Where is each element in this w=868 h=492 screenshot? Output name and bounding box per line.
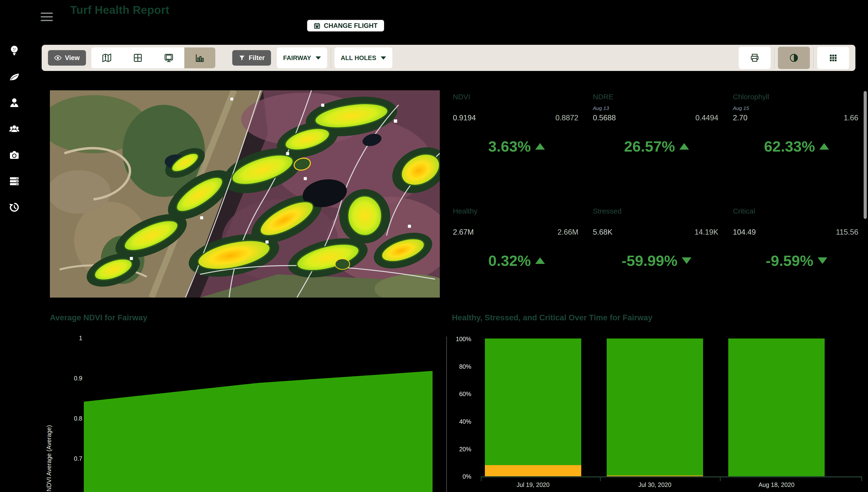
stat-card-ndre: NDRE Aug 13 0.5688 0.4494 26.57% (591, 90, 722, 197)
area-type-select[interactable]: FAIRWAY (277, 47, 327, 68)
trend-up-icon (679, 143, 689, 150)
monitor-icon (164, 52, 174, 63)
sidebar-item-profile[interactable] (9, 97, 20, 108)
filter-button-label: Filter (249, 54, 265, 62)
bar-chart-title: Healthy, Stressed, and Critical Over Tim… (452, 313, 652, 322)
golf-ball-icon (9, 45, 20, 56)
stat-value: 104.49 (733, 228, 756, 237)
stat-card-chlorophyll: Chlorophyll Aug 15 2.70 1.66 62.33% (731, 90, 862, 197)
print-button[interactable] (739, 47, 771, 69)
change-flight-label: CHANGE FLIGHT (324, 22, 378, 29)
apps-button[interactable] (817, 47, 849, 69)
stat-change: 26.57% (624, 138, 675, 155)
view-mode-monitor[interactable] (153, 47, 184, 68)
view-mode-analytics[interactable] (184, 47, 215, 68)
sidebar-item-history[interactable] (9, 202, 20, 213)
print-icon (750, 53, 760, 63)
y-tick-label: 0.7 (61, 455, 82, 462)
area-chart-ylabel: NDVI Average (Average) (46, 375, 52, 492)
bar-segment-healthy (485, 339, 581, 465)
y-tick-label: 0.8 (61, 415, 82, 422)
stat-date-note: Aug 13 (593, 105, 609, 111)
turf-health-dashboard: Turf Health Report CHANGE FLIGHT (0, 0, 868, 492)
y-tick-label: 1 (61, 335, 82, 342)
view-mode-group (91, 47, 215, 68)
x-tick-label: Aug 18, 2020 (728, 481, 825, 488)
axis-tick (600, 476, 601, 481)
sidebar-item-team[interactable] (9, 123, 20, 134)
y-tick-label: 0.9 (61, 375, 82, 382)
stats-scrollbar[interactable] (864, 91, 867, 219)
bar-chart-icon (194, 52, 205, 63)
stat-change: -9.59% (766, 252, 813, 269)
person-icon (9, 97, 20, 108)
axis-tick (861, 476, 862, 481)
stat-value: 5.68K (593, 228, 612, 237)
trend-down-icon (818, 257, 827, 264)
stat-title: Healthy (453, 207, 478, 215)
contrast-icon (789, 53, 799, 63)
stat-title: Critical (733, 207, 755, 215)
x-tick-label: Jul 19, 2020 (485, 481, 581, 488)
hamburger-menu-icon[interactable] (41, 13, 53, 23)
stat-card-healthy: Healthy 2.67M 2.66M 0.32% (451, 204, 582, 311)
holes-select[interactable]: ALL HOLES (335, 47, 392, 68)
x-tick-label: Jul 30, 2020 (607, 481, 703, 488)
stats-panel: NDVI 0.9194 0.8872 3.63% NDRE Aug 13 0.5… (451, 90, 862, 308)
stat-value: 2.67M (453, 228, 474, 237)
server-icon (9, 175, 20, 187)
stat-title: Chlorophyll (733, 93, 769, 101)
funnel-icon (239, 54, 245, 61)
trend-up-icon (535, 257, 545, 264)
toolbar-divider (813, 47, 814, 69)
ndvi-area-chart (84, 337, 434, 492)
trend-up-icon (535, 143, 545, 150)
view-mode-map[interactable] (91, 47, 122, 68)
area-chart-title: Average NDVI for Fairway (50, 313, 147, 322)
course-map[interactable] (50, 90, 440, 298)
stat-title: NDRE (593, 93, 613, 101)
bar-segment-healthy (728, 339, 825, 476)
chevron-down-icon (381, 56, 386, 59)
area-type-value: FAIRWAY (283, 54, 311, 62)
stat-value: 0.9194 (453, 114, 476, 122)
y-tick-label: 60% (450, 391, 471, 398)
sidebar-item-agronomy[interactable] (9, 71, 20, 82)
sidebar-item-golf-ball[interactable] (9, 45, 20, 56)
page-title: Turf Health Report (70, 3, 169, 17)
team-icon (9, 123, 20, 134)
history-icon (9, 202, 20, 213)
area-chart-right-axis (447, 337, 447, 492)
stacked-bar-jul30 (607, 339, 703, 476)
y-tick-label: 100% (450, 336, 471, 343)
trend-down-icon (682, 257, 692, 264)
stacked-bar-jul19 (485, 339, 581, 476)
contrast-button[interactable] (778, 47, 810, 69)
map-icon (101, 52, 112, 63)
stat-value: 2.70 (733, 114, 747, 122)
stat-compare-value: 1.66 (844, 114, 858, 122)
grid-menu-icon (828, 53, 838, 63)
grid-view-icon (132, 52, 143, 63)
view-button[interactable]: View (48, 50, 86, 66)
sidebar-item-data[interactable] (9, 175, 20, 187)
health-over-time-chart (482, 339, 838, 476)
view-mode-split[interactable] (122, 47, 153, 68)
bar-chart-x-axis (481, 476, 862, 477)
stat-card-ndvi: NDVI 0.9194 0.8872 3.63% (451, 90, 582, 197)
stat-change: -59.99% (622, 252, 678, 269)
filter-button[interactable]: Filter (232, 50, 271, 66)
toolbar-divider (774, 47, 774, 69)
y-tick-label: 40% (450, 418, 471, 425)
bar-segment-healthy (607, 339, 703, 475)
calendar-icon (314, 22, 320, 29)
course-map-image (50, 90, 440, 298)
change-flight-button[interactable]: CHANGE FLIGHT (307, 20, 384, 31)
stat-compare-value: 0.4494 (695, 114, 718, 122)
leaf-icon (9, 71, 20, 82)
sidebar-item-imagery[interactable] (9, 149, 20, 161)
holes-select-value: ALL HOLES (341, 54, 376, 62)
stat-change: 0.32% (488, 252, 531, 269)
stat-compare-value: 115.56 (836, 228, 858, 237)
stat-date-note: Aug 15 (733, 105, 749, 111)
